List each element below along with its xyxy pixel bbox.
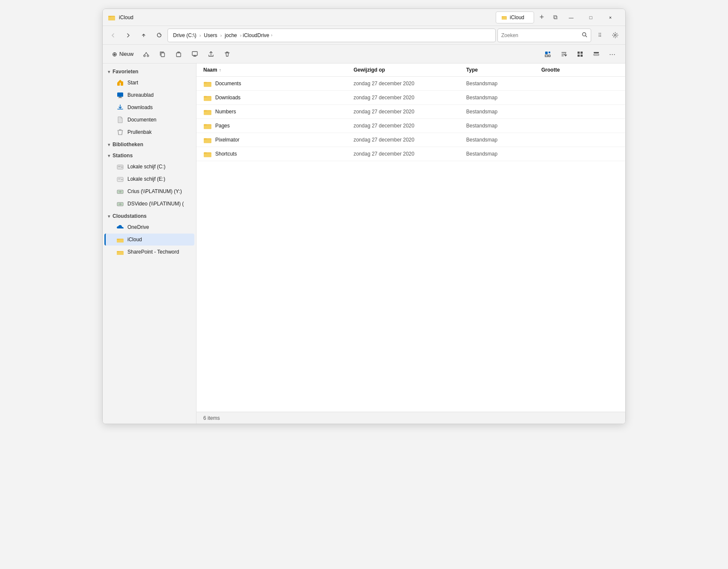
sort-icon [560, 51, 567, 58]
view-tiles-button[interactable] [572, 47, 588, 61]
crius-icon [116, 188, 124, 195]
sharepoint-icon [116, 248, 124, 256]
active-tab[interactable]: iCloud [496, 12, 534, 23]
svg-rect-59 [204, 153, 207, 154]
sidebar-item-documenten[interactable]: Documenten [104, 114, 194, 126]
start-icon [116, 79, 124, 87]
cloudstations-label: Cloudstations [113, 213, 147, 219]
sidebar-item-lokale-c[interactable]: Lokale schijf (C:) [104, 161, 194, 173]
lokale-e-icon [116, 175, 124, 183]
table-row[interactable]: Documents zondag 27 december 2020 Bestan… [196, 77, 625, 91]
folder-icon [203, 93, 212, 102]
sidebar-item-start[interactable]: Start [104, 77, 194, 89]
svg-rect-32 [118, 179, 121, 179]
svg-rect-10 [161, 53, 165, 57]
breadcrumb-icloud[interactable]: iCloudDrive [243, 32, 269, 38]
maximize-button[interactable]: □ [581, 11, 601, 24]
sidebar-item-prullenbak[interactable]: Prullenbak [104, 126, 194, 138]
sidebar-section-favorieten: ▾ Favorieten Start Bureaublad [103, 67, 196, 138]
toolbar: Drive (C:\) › Users › joche › iCloudDriv… [103, 26, 625, 45]
col-header-naam[interactable]: Naam ↑ [203, 67, 353, 73]
back-button[interactable] [106, 29, 120, 42]
table-row[interactable]: Shortcuts zondag 27 december 2020 Bestan… [196, 147, 625, 161]
sidebar-item-dsvideo[interactable]: DSVideo (\\PLATINUM) ( [104, 198, 194, 210]
share-button[interactable] [203, 47, 219, 61]
new-button[interactable]: ⊕ Nieuw [108, 47, 138, 61]
icloud-label: iCloud [127, 237, 142, 243]
sidebar-item-bureaublad[interactable]: Bureaublad [104, 89, 194, 101]
svg-marker-24 [117, 80, 123, 83]
content-area: Naam ↑ Gewijzigd op Type Grootte [196, 64, 625, 424]
sidebar-item-crius[interactable]: Crius (\\PLATINUM) (Y:) [104, 185, 194, 197]
table-row[interactable]: Downloads zondag 27 december 2020 Bestan… [196, 91, 625, 105]
table-row[interactable]: Pages zondag 27 december 2020 Bestandsma… [196, 119, 625, 133]
col-header-type[interactable]: Type [466, 67, 541, 73]
svg-point-6 [583, 32, 586, 36]
sort-button[interactable] [556, 47, 572, 61]
search-bar[interactable] [497, 29, 591, 42]
search-input[interactable] [501, 32, 579, 38]
table-row[interactable]: Pixelmator zondag 27 december 2020 Besta… [196, 133, 625, 147]
sidebar-section-header-cloudstations[interactable]: ▾ Cloudstations [103, 211, 196, 221]
col-header-gewijzigd[interactable]: Gewijzigd op [353, 67, 466, 73]
paste-button[interactable] [171, 47, 186, 61]
favorieten-label: Favorieten [113, 69, 139, 75]
search-icon[interactable] [582, 32, 587, 39]
file-name-cell: Shortcuts [203, 150, 353, 158]
cut-button[interactable] [139, 47, 154, 61]
start-label: Start [127, 80, 138, 86]
svg-rect-13 [545, 52, 548, 54]
settings-button[interactable] [608, 29, 622, 42]
icloud-folder-icon [116, 236, 124, 243]
copy-button[interactable] [155, 47, 170, 61]
sidebar-section-header-stations[interactable]: ▾ Stations [103, 151, 196, 160]
svg-rect-46 [204, 97, 211, 101]
copy-tab-button[interactable]: ⧉ [549, 12, 561, 23]
new-icon: ⊕ [112, 51, 117, 58]
paste-icon [175, 51, 182, 58]
sidebar-section-header-favorieten[interactable]: ▾ Favorieten [103, 67, 196, 76]
sidebar-item-lokale-e[interactable]: Lokale schijf (E:) [104, 173, 194, 185]
sidebar-item-icloud[interactable]: iCloud [104, 234, 194, 246]
sidebar-item-sharepoint[interactable]: SharePoint - Techword [104, 246, 194, 258]
file-list: Documents zondag 27 december 2020 Bestan… [196, 77, 625, 412]
sidebar-section-cloudstations: ▾ Cloudstations OneDrive [103, 211, 196, 258]
svg-rect-47 [204, 96, 207, 98]
svg-rect-2 [108, 16, 111, 17]
folder-icon [203, 150, 212, 158]
rename-button[interactable] [187, 47, 202, 61]
minimize-button[interactable]: — [561, 11, 581, 24]
up-button[interactable] [137, 29, 150, 42]
bureaublad-label: Bureaublad [127, 92, 153, 98]
breadcrumb-users[interactable]: Users [202, 32, 219, 39]
sidebar-section-header-bibliotheken[interactable]: ▾ Bibliotheken [103, 140, 196, 149]
select-all-button[interactable] [540, 47, 555, 61]
sidebar-item-downloads[interactable]: Downloads [104, 101, 194, 113]
file-date: zondag 27 december 2020 [353, 151, 466, 157]
cloudstations-chevron: ▾ [108, 214, 110, 219]
cmd-right-group: ⋯ [540, 47, 620, 61]
address-bar[interactable]: Drive (C:\) › Users › joche › iCloudDriv… [168, 29, 496, 42]
refresh-button[interactable] [152, 29, 166, 42]
more-options-button[interactable]: ⋯ [605, 47, 620, 61]
bibliotheken-label: Bibliotheken [113, 142, 143, 147]
close-button[interactable]: × [601, 11, 620, 24]
view-list-button[interactable] [589, 47, 604, 61]
delete-button[interactable] [220, 47, 235, 61]
breadcrumb-drive[interactable]: Drive (C:\) [171, 32, 198, 39]
sidebar-item-onedrive[interactable]: OneDrive [104, 221, 194, 233]
breadcrumb-joche[interactable]: joche [223, 32, 239, 39]
folder-icon [203, 121, 212, 130]
dots-view-button[interactable]: ⠿ [593, 29, 607, 42]
sort-asc-icon: ↑ [219, 68, 221, 72]
sidebar: ▾ Favorieten Start Bureaublad [103, 64, 196, 424]
command-bar: ⊕ Nieuw [103, 45, 625, 64]
stations-label: Stations [113, 153, 133, 159]
table-row[interactable]: Numbers zondag 27 december 2020 Bestands… [196, 105, 625, 119]
new-tab-button[interactable]: + [536, 12, 548, 23]
forward-button[interactable] [121, 29, 135, 42]
svg-rect-55 [204, 139, 211, 143]
col-header-grootte[interactable]: Grootte [541, 67, 601, 73]
svg-point-33 [121, 179, 123, 180]
onedrive-icon [116, 223, 124, 231]
